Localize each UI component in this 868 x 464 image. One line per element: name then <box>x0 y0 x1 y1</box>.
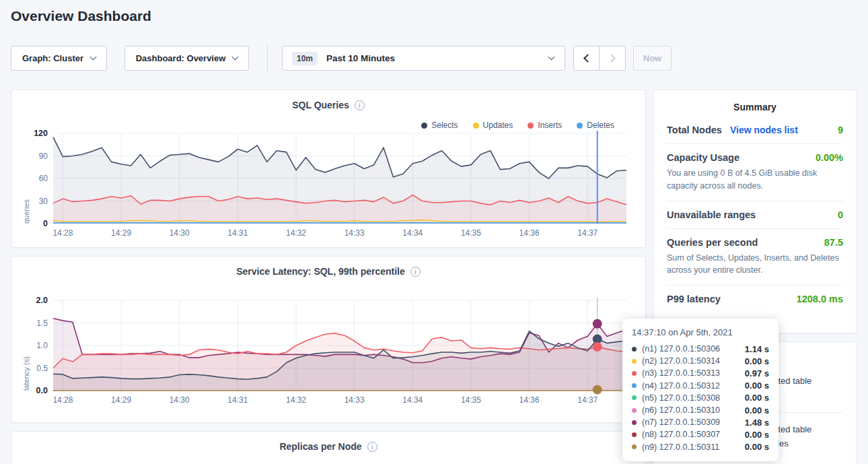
tooltip-row: (n8) 127.0.0.1:503070.00 s <box>632 428 769 440</box>
service-latency-plot[interactable]: latency (s) 2.01.51.00.50.014:2814:2914:… <box>53 300 626 391</box>
legend-item-updates[interactable]: Updates <box>473 121 513 130</box>
series-color-dot-icon <box>632 395 637 400</box>
chevron-left-icon <box>583 54 592 63</box>
x-tick-label: 14:35 <box>452 395 490 405</box>
tooltip-timestamp: 14:37:10 on Apr 5th, 2021 <box>632 327 769 337</box>
summary-title: Summary <box>653 90 857 112</box>
summary-row: P99 latency1208.0 ms <box>667 285 843 312</box>
legend-item-selects[interactable]: Selects <box>421 121 458 130</box>
tooltip-node-value: 1.14 s <box>745 344 769 354</box>
x-tick-label: 14:31 <box>219 395 256 405</box>
time-range-badge: 10m <box>292 52 318 65</box>
time-step-buttons <box>573 46 626 71</box>
tooltip-node-label: (n8) 127.0.0.1:50307 <box>642 430 720 439</box>
legend-dot-icon <box>421 123 427 129</box>
tooltip-node-label: (n6) 127.0.0.1:50310 <box>642 405 720 415</box>
toolbar-divider <box>267 43 268 73</box>
summary-row: Unavailable ranges0 <box>667 201 843 228</box>
tooltip-row: (n7) 127.0.0.1:503091.48 s <box>632 416 769 428</box>
x-tick-label: 14:32 <box>277 395 315 405</box>
series-color-dot-icon <box>632 359 637 364</box>
x-tick-label: 14:36 <box>511 395 548 405</box>
tooltip-node-label: (n7) 127.0.0.1:50309 <box>642 418 720 427</box>
graph-dropdown-label: Graph: Cluster <box>22 53 83 63</box>
info-icon[interactable]: i <box>410 267 421 277</box>
sql-queries-plot[interactable]: queries 120906030014:2814:2914:3014:3114… <box>53 133 626 224</box>
summary-row-header: Total NodesView nodes list9 <box>667 125 843 135</box>
tooltip-node-value: 0.00 s <box>745 393 769 403</box>
tooltip-node-value: 0.00 s <box>745 430 769 440</box>
y-tick-label: 0 <box>17 219 48 228</box>
summary-label: Total Nodes <box>667 125 722 135</box>
sql-legend: SelectsUpdatesInsertsDeletes <box>421 121 614 130</box>
service-latency-card: Service Latency: SQL, 99th percentile i … <box>11 256 646 423</box>
summary-label: Unavailable ranges <box>667 209 756 220</box>
service-latency-svg <box>53 300 626 391</box>
legend-label: Deletes <box>587 121 614 130</box>
y-tick-label: 1.5 <box>17 319 48 328</box>
time-range-dropdown[interactable]: 10m Past 10 Minutes <box>282 46 565 71</box>
tooltip-node-label: (n4) 127.0.0.1:50312 <box>642 381 720 391</box>
dashboard-dropdown[interactable]: Dashboard: Overview <box>124 46 249 71</box>
now-button[interactable]: Now <box>633 46 672 71</box>
series-color-dot-icon <box>632 444 637 449</box>
x-tick-label: 14:30 <box>161 228 198 238</box>
graph-dropdown[interactable]: Graph: Cluster <box>11 46 107 71</box>
tooltip-node-value: 1.48 s <box>745 418 769 428</box>
legend-label: Inserts <box>538 121 562 130</box>
x-tick-label: 14:35 <box>452 228 490 238</box>
summary-value: 0.00% <box>816 152 843 163</box>
summary-value: 0 <box>838 209 843 220</box>
tooltip-node-label: (n9) 127.0.0.1:50311 <box>642 442 719 452</box>
summary-desc: You are using 0 B of 4.5 GiB usable disk… <box>667 167 843 193</box>
tooltip-node-value: 0.00 s <box>745 442 769 452</box>
replicas-per-node-title: Replicas per Node <box>279 441 361 452</box>
summary-row-header: Unavailable ranges0 <box>667 209 843 220</box>
legend-item-deletes[interactable]: Deletes <box>577 121 614 130</box>
legend-dot-icon <box>473 123 479 129</box>
legend-item-inserts[interactable]: Inserts <box>528 121 562 130</box>
time-next-button[interactable] <box>600 46 626 71</box>
time-prev-button[interactable] <box>573 46 600 71</box>
chevron-right-icon <box>607 54 616 63</box>
tooltip-row: (n2) 127.0.0.1:503140.00 s <box>632 355 769 367</box>
y-tick-label: 0.0 <box>17 386 48 395</box>
summary-row: Queries per second87.5Sum of Selects, Up… <box>667 228 843 286</box>
legend-label: Selects <box>431 121 458 130</box>
service-latency-title: Service Latency: SQL, 99th percentile <box>236 266 405 277</box>
summary-value: 9 <box>838 125 843 135</box>
summary-row: Capacity Usage0.00%You are using 0 B of … <box>667 143 843 201</box>
series-color-dot-icon <box>632 420 637 425</box>
sql-queries-title: SQL Queries <box>292 100 349 110</box>
summary-row-header: P99 latency1208.0 ms <box>667 294 843 304</box>
info-icon[interactable]: i <box>367 442 377 452</box>
chevron-down-icon <box>90 54 97 61</box>
tooltip-node-value: 0.00 s <box>745 356 769 366</box>
x-tick-label: 14:31 <box>219 228 256 238</box>
tooltip-node-label: (n3) 127.0.0.1:50313 <box>642 368 720 378</box>
tooltip-row: (n3) 127.0.0.1:503130.97 s <box>632 367 769 379</box>
tooltip-node-label: (n5) 127.0.0.1:50308 <box>642 393 720 403</box>
summary-panel: Summary Total NodesView nodes list9Capac… <box>653 90 857 333</box>
nodes-list-link[interactable]: View nodes list <box>730 125 798 135</box>
tooltip-rows: (n1) 127.0.0.1:503061.14 s(n2) 127.0.0.1… <box>632 343 769 453</box>
summary-desc: Sum of Selects, Updates, Inserts, and De… <box>667 252 843 277</box>
series-color-dot-icon <box>632 371 637 376</box>
x-tick-label: 14:37 <box>569 228 606 238</box>
y-tick-label: 0.5 <box>17 364 48 373</box>
time-range-label: Past 10 Minutes <box>326 53 395 63</box>
summary-value: 87.5 <box>824 237 843 248</box>
series-color-dot-icon <box>632 432 637 437</box>
summary-rows: Total NodesView nodes list9Capacity Usag… <box>653 112 857 312</box>
x-tick-label: 14:29 <box>102 395 140 405</box>
legend-label: Updates <box>483 121 513 130</box>
sql-queries-svg <box>53 133 626 224</box>
info-icon[interactable]: i <box>355 100 365 110</box>
summary-value: 1208.0 ms <box>797 294 843 304</box>
series-color-dot-icon <box>632 383 637 388</box>
tooltip-node-label: (n1) 127.0.0.1:50306 <box>642 344 720 354</box>
y-tick-label: 2.0 <box>17 296 48 305</box>
summary-row-header: Queries per second87.5 <box>667 237 843 248</box>
chevron-down-icon <box>232 54 239 61</box>
tooltip-node-value: 0.00 s <box>745 405 769 416</box>
